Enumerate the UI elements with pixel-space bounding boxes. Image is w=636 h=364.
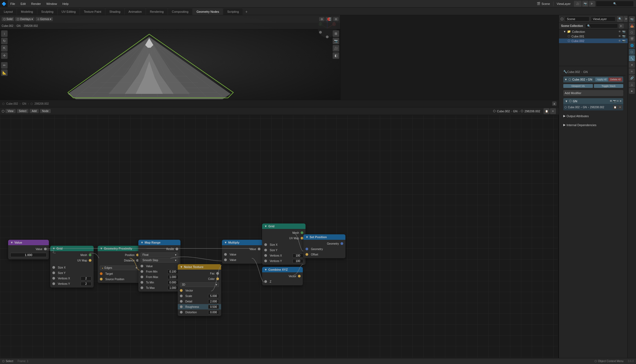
viewport-shading-selector[interactable]: ⬡ Solid (2, 17, 14, 21)
material-tab[interactable]: ● (629, 88, 635, 94)
tab-geometry-nodes[interactable]: Geometry Nodes (193, 8, 223, 15)
grid-uvmap-socket[interactable] (89, 259, 91, 262)
grid-sizex-in-socket[interactable] (52, 266, 55, 269)
toggle-stack-button[interactable]: Toggle Stack (594, 84, 624, 88)
gn-render-icon[interactable]: 📷 (613, 100, 616, 103)
cxyz-z-socket[interactable] (264, 280, 267, 283)
mult-val1-socket[interactable] (224, 253, 227, 256)
gn-copy-icon[interactable]: 📋 (613, 105, 617, 109)
internal-deps-header[interactable]: ▶ Internal Dependencies (563, 122, 623, 128)
ne-view-btn[interactable]: View (5, 109, 16, 113)
gr-uvmap-socket[interactable] (301, 237, 303, 240)
region-toggle-btn[interactable]: ◧ (333, 52, 339, 59)
view-layer-selector[interactable]: ViewLayer (555, 0, 572, 7)
scene-name-field[interactable] (565, 17, 589, 21)
gr-verty-value[interactable]: 100 (292, 259, 303, 263)
view-all-btn[interactable]: ⊞ (333, 30, 339, 37)
mult-value-socket[interactable] (258, 248, 260, 250)
gn-eye-icon[interactable]: 👁 (610, 100, 612, 103)
noise-distortion-socket[interactable] (180, 311, 183, 314)
gr-mesh-socket[interactable] (301, 231, 303, 234)
mr-from-max-value[interactable]: 1.000 (167, 275, 178, 279)
transform-pivot-btn[interactable]: ⊙ (319, 17, 325, 21)
outliner-search[interactable] (585, 24, 618, 28)
noise-color-socket[interactable] (216, 277, 219, 280)
output-attributes-header[interactable]: ▶ Output Attributes (563, 113, 623, 119)
noise-roughness-value[interactable]: 0.500 (208, 305, 219, 309)
rp-filter[interactable]: ⫸ (624, 16, 628, 22)
cube001-render-icon[interactable]: 📷 (622, 35, 625, 38)
gr-sizex-in-socket[interactable] (264, 243, 267, 246)
viewport-overlay-btn[interactable]: ⬡ Overlays ▾ (15, 17, 34, 21)
tab-uv-editing[interactable]: UV Editing (58, 8, 80, 15)
gn-close-icon[interactable]: ✕ (618, 105, 622, 109)
outliner-filter[interactable]: ⫸ (619, 24, 624, 28)
transform-tool[interactable]: ✛ (1, 52, 8, 59)
divider-collapse-btn[interactable]: ▲ (552, 101, 556, 106)
outliner-cube001[interactable]: ⬡ Cube.001 👁 📷 (559, 34, 628, 39)
output-props-tab[interactable]: 📤 (629, 23, 635, 29)
grid-vertx-value[interactable]: 2 (81, 276, 91, 280)
gr-vertx-in-socket[interactable] (264, 254, 267, 257)
engine-selector[interactable]: 🎥 (574, 1, 581, 7)
gn-delete-icon[interactable]: ✕ (619, 100, 622, 103)
physics-tab[interactable]: ⚛ (629, 68, 635, 74)
menu-file[interactable]: File (8, 0, 18, 7)
viewport-vis-button[interactable]: Viewport Vis (563, 84, 593, 88)
value-input-field[interactable]: 1.000 (10, 253, 47, 257)
grid-mesh-socket[interactable] (89, 254, 91, 256)
cube001-eye-icon[interactable]: 👁 (618, 35, 621, 38)
ne-add-btn[interactable]: Add (30, 109, 39, 113)
rp-search[interactable]: 🔍 (617, 16, 623, 22)
ne-copy-icon[interactable]: 📋 (543, 108, 549, 114)
add-modifier-button[interactable]: Add Modifier (563, 90, 623, 96)
collection-eye-icon[interactable]: 👁 (618, 30, 621, 33)
gr-verty-in-socket[interactable] (264, 260, 267, 262)
proportional-edit-btn[interactable]: ⊙ (333, 17, 339, 21)
constraints-tab[interactable]: 🔗 (629, 75, 635, 81)
ne-node-btn[interactable]: Node (40, 109, 51, 113)
measure-tool[interactable]: 📐 (1, 69, 8, 76)
rotate-tool[interactable]: ↻ (1, 38, 8, 44)
apply-all-button[interactable]: Apply All (595, 78, 608, 81)
noise-dimension-dropdown[interactable]: 3D ▾ (180, 282, 219, 287)
menu-help[interactable]: Help (60, 0, 71, 7)
mr-from-min-socket[interactable] (141, 270, 143, 273)
tab-modeling[interactable]: Modeling (17, 8, 37, 15)
tab-layout[interactable]: Layout (0, 8, 17, 15)
gp-target-dropdown[interactable]: ⬥ Edges ▾ (100, 266, 139, 270)
scale-tool[interactable]: ⇱ (1, 45, 8, 52)
gp-source-pos-socket[interactable] (100, 278, 103, 280)
snap-btn[interactable]: 🧲 (326, 17, 332, 21)
grid-verty-value[interactable]: 2 (81, 282, 91, 286)
gr-vertx-value[interactable]: 100 (292, 254, 303, 258)
mr-type-dropdown[interactable]: Float ▾ (141, 253, 178, 257)
menu-edit[interactable]: Edit (18, 0, 28, 7)
mr-to-max-socket[interactable] (141, 286, 143, 289)
menu-window[interactable]: Window (44, 0, 60, 7)
mr-interp-dropdown[interactable]: Smooth Step ▾ (141, 258, 178, 263)
sp-geometry-in-socket[interactable] (306, 248, 308, 250)
grid-verty-in-socket[interactable] (52, 282, 55, 285)
particles-tab[interactable]: ✦ (629, 62, 635, 68)
grid-vertx-in-socket[interactable] (52, 277, 55, 280)
mr-to-min-socket[interactable] (141, 281, 143, 284)
mult-val2-socket[interactable] (224, 258, 227, 261)
noise-vector-socket[interactable] (180, 289, 183, 292)
view-layer-field[interactable] (591, 17, 615, 21)
camera-perspective-btn[interactable]: 📷 (333, 38, 339, 44)
object-props-tab[interactable]: ⬡ (629, 49, 635, 55)
render-button[interactable]: 📷 (582, 1, 588, 7)
noise-distortion-value[interactable]: 0.000 (208, 310, 219, 314)
value-output-socket[interactable] (44, 248, 47, 250)
tab-animation[interactable]: Animation (125, 8, 146, 15)
tab-shading[interactable]: Shading (106, 8, 124, 15)
noise-detail-socket[interactable] (180, 300, 183, 303)
modifier-tab[interactable]: 🔧 (629, 55, 635, 61)
add-workspace-button[interactable]: + (243, 8, 250, 15)
scene-props-tab[interactable]: 🎬 (629, 36, 635, 42)
cube002-eye-icon[interactable]: 👁 (618, 39, 621, 42)
tab-rendering[interactable]: Rendering (146, 8, 167, 15)
collection-render-icon[interactable]: 📷 (622, 30, 625, 33)
noise-scale-socket[interactable] (180, 295, 183, 297)
